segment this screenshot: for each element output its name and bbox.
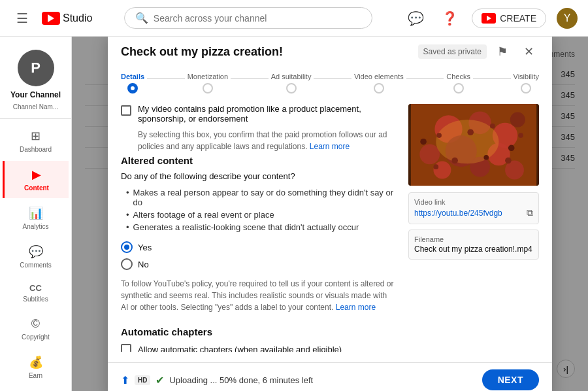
sidebar-item-subtitles-label: Subtitles [23, 296, 48, 303]
modal-overlay: Check out my pizza creation! Saved as pr… [72, 37, 588, 391]
step-monetization[interactable]: Monetization [188, 73, 228, 94]
content-icon: ▶ [32, 167, 41, 182]
youtube-logo: Studio [42, 12, 92, 25]
step-details[interactable]: Details [121, 73, 144, 94]
svg-point-6 [419, 144, 440, 165]
sidebar-item-comments[interactable]: 💬 Comments [3, 238, 69, 275]
channel-info: P Your Channel Channel Nam... [0, 42, 71, 119]
create-label: CREATE [500, 13, 536, 24]
notifications-button[interactable]: 💬 [404, 7, 427, 30]
modal-body: My video contains paid promotion like a … [108, 94, 552, 362]
svg-point-16 [451, 158, 458, 164]
earn-icon: 💰 [29, 355, 43, 369]
close-icon: ✕ [524, 44, 534, 59]
filename-label: Filename [414, 235, 533, 243]
step-visibility-circle [521, 83, 531, 94]
sidebar: P Your Channel Channel Nam... ⊞ Dashboar… [0, 37, 72, 391]
step-ad-suitability-label: Ad suitability [271, 73, 312, 80]
modal-close-button[interactable]: ✕ [518, 41, 539, 62]
sidebar-item-copyright[interactable]: © Copyright [3, 311, 69, 347]
step-checks-circle [453, 83, 464, 94]
altered-content-bullets: Makes a real person appear to say or do … [121, 186, 395, 233]
radio-yes-label: Yes [138, 243, 152, 252]
hamburger-menu[interactable]: ☰ [10, 7, 34, 30]
create-button[interactable]: CREATE [472, 8, 546, 28]
step-checks[interactable]: Checks [446, 73, 470, 94]
sidebar-item-comments-label: Comments [20, 262, 51, 269]
step-visibility-label: Visibility [514, 73, 540, 80]
analytics-icon: 📊 [29, 206, 43, 220]
step-connector-5 [473, 78, 511, 79]
dashboard-icon: ⊞ [31, 129, 41, 143]
modal-flag-button[interactable]: ⚑ [492, 41, 513, 62]
altered-content-subtitle: Do any of the following describe your co… [121, 171, 395, 181]
sidebar-item-dashboard[interactable]: ⊞ Dashboard [3, 122, 69, 160]
bullet-2: Alters footage of a real event or place [126, 209, 395, 221]
radio-yes[interactable]: Yes [121, 241, 395, 253]
auto-chapters-title: Automatic chapters [121, 326, 395, 337]
radio-no-circle [121, 258, 133, 270]
sidebar-item-analytics[interactable]: 📊 Analytics [3, 199, 69, 237]
comments-icon: 💬 [29, 245, 43, 259]
flag-icon: ⚑ [497, 44, 508, 59]
help-icon: ❓ [442, 10, 458, 26]
altered-learn-more[interactable]: Learn more [336, 303, 376, 312]
pizza-svg [408, 104, 539, 186]
copy-icon[interactable]: ⧉ [527, 207, 533, 218]
svg-point-11 [436, 120, 498, 163]
step-connector-4 [406, 78, 444, 79]
step-video-elements[interactable]: Video elements [354, 73, 404, 94]
step-video-elements-circle [374, 83, 384, 94]
upload-icon: ⬆ [121, 374, 129, 386]
paid-promo-checkbox-wrap [121, 105, 131, 116]
bell-icon: 💬 [408, 10, 424, 26]
next-button[interactable]: NEXT [482, 369, 539, 390]
auto-chapters-checkbox[interactable] [121, 344, 131, 352]
svg-point-13 [467, 129, 474, 135]
header: ☰ Studio 🔍 💬 ❓ CREATE Y [0, 0, 588, 37]
content-area: Views Comments 12,345 345 12,345 345 12,… [72, 37, 588, 391]
saved-badge: Saved as private [418, 44, 487, 59]
sidebar-item-subtitles[interactable]: CC Subtitles [3, 277, 69, 309]
radio-no[interactable]: No [121, 258, 395, 270]
help-button[interactable]: ❓ [438, 7, 461, 30]
svg-point-8 [433, 162, 451, 179]
create-yt-icon [482, 13, 496, 24]
modal-right: Video link https://youtu.be/245fvdgb ⧉ F… [408, 104, 539, 352]
channel-sub: Channel Nam... [13, 103, 58, 110]
search-bar: 🔍 [124, 7, 372, 29]
radio-yes-circle [121, 241, 133, 253]
filename-box: Filename Check out my pizza creation!.mp… [408, 230, 539, 260]
modal: Check out my pizza creation! Saved as pr… [108, 37, 552, 391]
channel-avatar-text: P [31, 60, 41, 76]
search-input[interactable] [154, 13, 361, 24]
modal-footer: ⬆ HD ✔ Uploading ... 50% done, 6 minutes… [108, 362, 552, 391]
chapters-checkbox-text: Allow automatic chapters (when available… [138, 345, 342, 352]
sidebar-item-earn[interactable]: 💰 Earn [3, 348, 69, 386]
avatar-initial: Y [564, 12, 571, 24]
altered-content-radio-group: Yes No [121, 241, 395, 270]
step-connector-1 [147, 78, 185, 79]
paid-promo-desc: By selecting this box, you confirm that … [121, 129, 395, 152]
step-details-circle [127, 83, 138, 94]
svg-point-15 [508, 145, 515, 152]
avatar[interactable]: Y [557, 8, 578, 29]
footer-left: ⬆ HD ✔ Uploading ... 50% done, 6 minutes… [121, 374, 313, 386]
sidebar-item-customization[interactable]: ✦ Customization [3, 387, 69, 391]
altered-content-section: Altered content Do any of the following … [121, 155, 395, 313]
paid-promo-learn-more[interactable]: Learn more [310, 142, 350, 151]
bullet-3: Generates a realistic-looking scene that… [126, 221, 395, 233]
step-visibility[interactable]: Visibility [514, 73, 540, 94]
step-details-label: Details [121, 73, 144, 80]
modal-header-right: Saved as private ⚑ ✕ [418, 41, 539, 62]
step-ad-suitability[interactable]: Ad suitability [271, 73, 312, 94]
sidebar-item-copyright-label: Copyright [22, 333, 50, 341]
paid-promo-checkbox[interactable] [121, 105, 131, 116]
svg-point-17 [483, 155, 489, 160]
header-search: 🔍 [92, 7, 404, 29]
video-link-url[interactable]: https://youtu.be/245fvdgb [414, 209, 502, 218]
studio-label: Studio [63, 12, 92, 24]
channel-avatar[interactable]: P [18, 50, 54, 86]
steps-bar: Details Monetization Ad suitability [108, 62, 552, 94]
sidebar-item-content[interactable]: ▶ Content [3, 161, 69, 198]
